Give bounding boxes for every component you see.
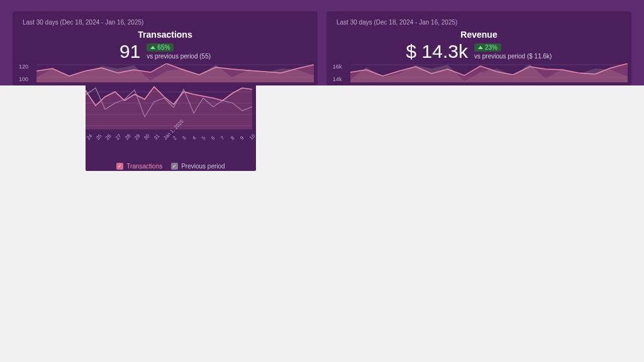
x-tick: 2 [172, 135, 178, 141]
change-badge: 65% [147, 43, 174, 52]
dashboard-top-bar: Last 30 days (Dec 18, 2024 - Jan 16, 202… [0, 0, 644, 85]
x-tick: 3 [181, 135, 187, 141]
y-tick: 16k [333, 63, 342, 70]
x-tick: 24 [86, 133, 94, 141]
card-title: Transactions [23, 30, 308, 40]
legend-item-previous[interactable]: ✓ Previous period [171, 163, 225, 170]
metric-value: 91 [119, 41, 140, 62]
legend-item-current[interactable]: ✓ Transactions [116, 163, 162, 170]
checkbox-icon: ✓ [116, 163, 123, 170]
revenue-card: Last 30 days (Dec 18, 2024 - Jan 16, 202… [326, 11, 631, 85]
x-tick: 27 [114, 133, 123, 141]
badge-text: 23% [485, 44, 497, 51]
sparkline-top [350, 63, 628, 82]
sparkline-top [36, 63, 314, 82]
card-title: Revenue [336, 30, 621, 40]
x-tick: 25 [95, 133, 103, 141]
date-range: Last 30 days (Dec 18, 2024 - Jan 16, 202… [23, 19, 308, 26]
vs-previous-text: vs previous period ($ 11.6k) [474, 53, 552, 60]
up-arrow-icon [478, 46, 483, 49]
transactions-card: Last 30 days (Dec 18, 2024 - Jan 16, 202… [13, 11, 318, 85]
x-tick: 29 [133, 133, 142, 141]
metric-value: $ 14.3k [406, 41, 468, 62]
x-axis: 2425262728293031Jan 1, 20252345678910 [86, 133, 252, 152]
badge-text: 65% [157, 44, 170, 51]
y-tick: 120 [19, 63, 28, 70]
chart-legend: ✓ Transactions ✓ Previous period [86, 163, 256, 170]
x-tick: 30 [143, 133, 151, 141]
checkbox-icon: ✓ [171, 163, 178, 170]
chart-area: 120 100 [13, 63, 318, 82]
x-tick: 5 [201, 135, 207, 141]
up-arrow-icon [150, 46, 155, 49]
date-range: Last 30 days (Dec 18, 2024 - Jan 16, 202… [336, 19, 621, 26]
chart-area: 16k 14k [326, 63, 631, 82]
x-tick: 6 [210, 135, 216, 141]
x-tick: 28 [124, 133, 132, 141]
metric-row: $ 14.3k 23% vs previous period ($ 11.6k) [336, 41, 621, 62]
vs-previous-text: vs previous period (55) [147, 53, 211, 60]
y-tick: 100 [19, 76, 28, 82]
change-badge: 23% [474, 43, 501, 52]
x-tick: 4 [191, 135, 197, 141]
legend-label: Previous period [181, 163, 225, 170]
x-tick: 8 [230, 135, 236, 141]
x-tick: 31 [153, 133, 161, 141]
chart-body [86, 85, 252, 129]
transactions-expanded-chart: 2425262728293031Jan 1, 20252345678910 ✓ … [86, 85, 256, 171]
x-tick: 7 [219, 135, 226, 141]
legend-label: Transactions [126, 163, 162, 170]
x-tick: 26 [104, 133, 113, 141]
metric-row: 91 65% vs previous period (55) [23, 41, 308, 62]
x-tick: 9 [239, 135, 245, 141]
y-tick: 14k [333, 76, 342, 82]
x-tick: 10 [248, 133, 257, 141]
